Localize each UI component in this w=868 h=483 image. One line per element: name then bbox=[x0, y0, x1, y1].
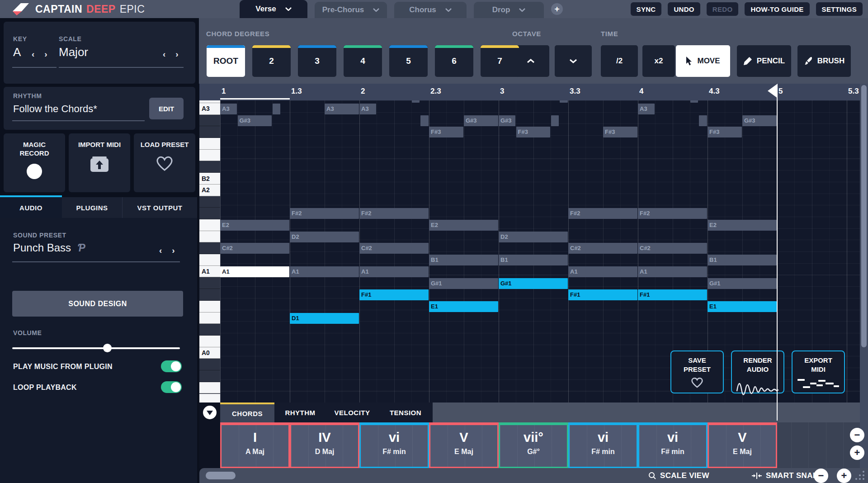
playhead-flag-icon[interactable] bbox=[767, 84, 778, 98]
degree-root-button[interactable]: ROOT bbox=[207, 45, 245, 77]
piano-key-fs0[interactable] bbox=[199, 370, 220, 382]
pencil-tool-button[interactable]: PENCIL bbox=[737, 45, 791, 77]
note-e2[interactable]: E2 bbox=[708, 220, 777, 231]
note-a3[interactable] bbox=[273, 104, 281, 114]
note-gs3[interactable] bbox=[551, 115, 559, 126]
save-preset-button[interactable]: SAVEPRESET bbox=[670, 350, 724, 393]
piano-key-b2[interactable]: B2 bbox=[199, 173, 220, 185]
note-fs3[interactable]: F#3 bbox=[603, 127, 637, 137]
move-tool-button[interactable]: MOVE bbox=[676, 45, 730, 77]
note-fs3[interactable]: F#3 bbox=[516, 127, 551, 137]
note-fs1[interactable]: F#1 bbox=[359, 289, 429, 300]
tab-rhythm[interactable]: RHYTHM bbox=[274, 402, 326, 422]
piano-key-a1[interactable]: A1 bbox=[199, 266, 220, 278]
smart-snap-toggle[interactable]: SMART SNAP bbox=[751, 468, 818, 483]
vertical-scrollbar[interactable] bbox=[860, 84, 868, 468]
note-a1[interactable]: A1 bbox=[290, 266, 359, 277]
scale-prev-icon[interactable]: ‹ bbox=[163, 50, 165, 58]
scale-view-toggle[interactable]: SCALE VIEW bbox=[648, 468, 709, 483]
add-section-button[interactable]: + bbox=[551, 3, 563, 15]
chord-block-5[interactable]: vii°G#° bbox=[499, 422, 568, 468]
degree-5-button[interactable]: 5 bbox=[389, 45, 428, 77]
degree-4-button[interactable]: 4 bbox=[344, 45, 382, 77]
horizontal-scroll-thumb[interactable] bbox=[206, 472, 236, 479]
chord-block-2[interactable]: IVD Maj bbox=[290, 422, 359, 468]
scale-next-icon[interactable]: › bbox=[175, 50, 178, 58]
piano-key-d3[interactable] bbox=[199, 150, 220, 161]
timeline-ruler[interactable]: 11.322.333.344.355.3 bbox=[199, 84, 860, 100]
tab-velocity[interactable]: VELOCITY bbox=[326, 402, 378, 422]
chord-block-4[interactable]: VE Maj bbox=[429, 422, 499, 468]
zoom-vertical-in-button[interactable]: + bbox=[850, 445, 864, 460]
magic-record-button[interactable]: MAGIC RECORD bbox=[4, 133, 65, 192]
note-fs2[interactable]: F#2 bbox=[290, 208, 359, 219]
section-tab-drop[interactable]: Drop bbox=[474, 2, 544, 18]
time-double-button[interactable]: x2 bbox=[642, 45, 675, 77]
note-fs2[interactable]: F#2 bbox=[568, 208, 637, 219]
piano-key-d1[interactable] bbox=[199, 313, 220, 324]
zoom-in-button[interactable]: + bbox=[837, 469, 851, 483]
note-gs3[interactable] bbox=[699, 115, 707, 126]
note-a1[interactable]: A1 bbox=[638, 266, 707, 277]
sound-preset-value[interactable]: Punch Bass bbox=[13, 242, 71, 254]
note-b1[interactable]: B1 bbox=[429, 255, 498, 265]
export-midi-button[interactable]: EXPORTMIDI bbox=[792, 350, 845, 393]
key-value[interactable]: A bbox=[13, 45, 21, 59]
note-b1[interactable]: B1 bbox=[499, 255, 568, 265]
volume-slider[interactable] bbox=[12, 347, 180, 349]
piano-key-e0[interactable] bbox=[199, 382, 220, 394]
note-a1[interactable]: A1 bbox=[568, 266, 637, 277]
note-a3[interactable]: A3 bbox=[325, 104, 359, 114]
resize-grip[interactable] bbox=[855, 471, 865, 481]
note-d2[interactable]: D2 bbox=[499, 232, 568, 242]
sidebar-tab-audio[interactable]: AUDIO bbox=[0, 195, 62, 218]
rhythm-edit-button[interactable]: EDIT bbox=[149, 98, 184, 119]
piano-key-e1[interactable] bbox=[199, 301, 220, 313]
volume-thumb[interactable] bbox=[103, 344, 112, 352]
piano-key-gs1[interactable] bbox=[199, 278, 220, 289]
note-e2[interactable]: E2 bbox=[429, 220, 498, 231]
undo-button[interactable]: UNDO bbox=[668, 2, 700, 16]
load-preset-button[interactable]: LOAD PRESET bbox=[134, 133, 195, 192]
note-gs1[interactable]: G#1 bbox=[499, 278, 568, 289]
piano-key-gs3[interactable] bbox=[199, 115, 220, 127]
note-gs3[interactable] bbox=[420, 115, 429, 126]
chord-block-8[interactable]: VE Maj bbox=[708, 422, 777, 468]
key-next-icon[interactable]: › bbox=[44, 50, 47, 58]
note-gs1[interactable]: G#1 bbox=[429, 278, 498, 289]
how-to-guide-button[interactable]: HOW-TO GUIDE bbox=[745, 2, 809, 16]
note-a3[interactable]: A3 bbox=[638, 104, 655, 114]
piano-key-b1[interactable] bbox=[199, 254, 220, 266]
piano-key-d2[interactable] bbox=[199, 231, 220, 243]
chord-block-3[interactable]: viF# min bbox=[359, 422, 429, 468]
note-a3[interactable]: A3 bbox=[220, 104, 237, 114]
degree-3-button[interactable]: 3 bbox=[298, 45, 336, 77]
piano-key-e2[interactable] bbox=[199, 219, 220, 231]
section-tab-prechorus[interactable]: Pre-Chorus bbox=[315, 2, 387, 18]
note-cs2[interactable]: C#2 bbox=[220, 243, 289, 254]
piano-key-d0[interactable] bbox=[199, 394, 220, 403]
note-fs1[interactable]: F#1 bbox=[638, 289, 707, 300]
brush-tool-button[interactable]: BRUSH bbox=[797, 45, 851, 77]
note-cs2[interactable]: C#2 bbox=[638, 243, 707, 254]
note-b1[interactable]: B1 bbox=[708, 255, 777, 265]
sync-button[interactable]: SYNC bbox=[631, 2, 662, 16]
piano-key-b0[interactable] bbox=[199, 336, 220, 347]
tab-chords[interactable]: CHORDS bbox=[220, 402, 274, 422]
degree-7-button[interactable]: 7 bbox=[481, 45, 519, 77]
piano-key-e3[interactable] bbox=[199, 138, 220, 150]
time-half-button[interactable]: /2 bbox=[601, 45, 638, 77]
sidebar-tab-plugins[interactable]: PLUGINS bbox=[62, 197, 122, 218]
piano-key-fs2[interactable] bbox=[199, 208, 220, 219]
note-gs3[interactable]: G#3 bbox=[238, 115, 272, 126]
note-fs1[interactable]: F#1 bbox=[568, 289, 637, 300]
degree-6-button[interactable]: 6 bbox=[435, 45, 473, 77]
tab-tension[interactable]: TENSION bbox=[378, 402, 433, 422]
note-cs2[interactable]: C#2 bbox=[568, 243, 637, 254]
note-b3[interactable] bbox=[560, 100, 568, 103]
zoom-out-button[interactable]: − bbox=[814, 469, 828, 483]
note-gs3[interactable]: G#3 bbox=[464, 115, 498, 126]
note-fs2[interactable]: F#2 bbox=[359, 208, 429, 219]
piano-key-cs2[interactable] bbox=[199, 242, 220, 254]
preset-prev-icon[interactable]: ‹ bbox=[159, 246, 162, 255]
